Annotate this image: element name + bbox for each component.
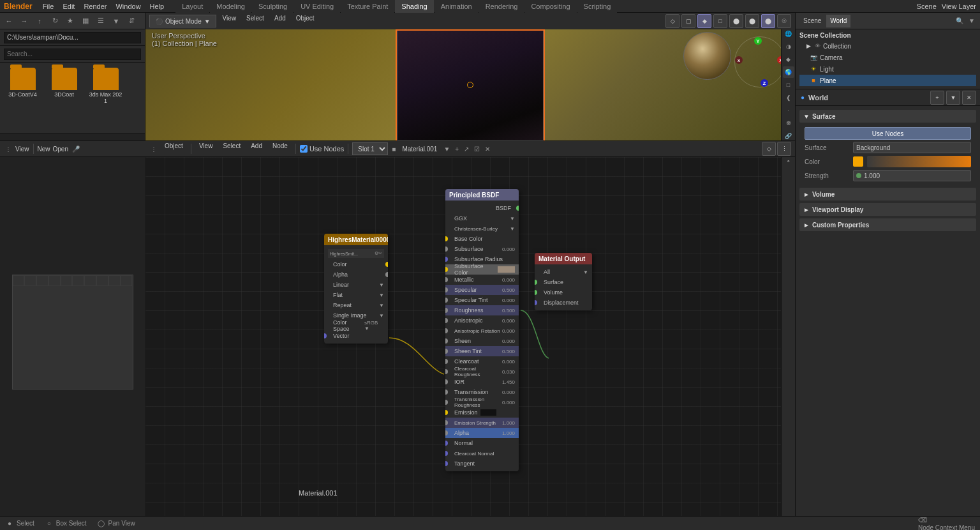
material-output-node[interactable]: Material Output All ▼ Surface Volume Dis…: [535, 253, 592, 310]
collection-item-light[interactable]: ☀ Light: [799, 63, 976, 75]
object-mode-btn[interactable]: ⚫ Object Mode ▼: [149, 15, 216, 27]
rpanel-search-icon[interactable]: 🔍: [954, 16, 965, 26]
viewport-shading-solid[interactable]: ⬤: [729, 14, 743, 28]
viewer-view-btn[interactable]: ⋮: [4, 144, 13, 154]
metallic-label: Metallic: [454, 276, 474, 283]
sidebar-filter-btn[interactable]: ▼: [110, 15, 122, 27]
principled-bsdf-node[interactable]: Principled BSDF BSDF GGX ▼ Christensen-B…: [445, 189, 519, 471]
sidebar-sort-btn[interactable]: ⇵: [125, 15, 138, 27]
viewport-view-btn[interactable]: View: [219, 15, 241, 27]
prop-physics-icon[interactable]: ☸: [783, 117, 794, 129]
tab-animation[interactable]: Animation: [434, 0, 479, 13]
viewport-object-btn[interactable]: Object: [292, 15, 318, 27]
menu-file[interactable]: File: [39, 0, 58, 13]
node-editor-add-btn[interactable]: Add: [247, 142, 266, 155]
node-gizmo-btn[interactable]: ⋮: [777, 142, 791, 156]
node-editor-canvas[interactable]: HighresMaterial000002.png HighresSmit...…: [145, 157, 795, 516]
prop-particle-icon[interactable]: ⋅: [783, 105, 794, 116]
material-browse-btn[interactable]: ▼: [442, 144, 451, 154]
tab-scripting[interactable]: Scripting: [577, 0, 618, 13]
world-volume-title[interactable]: ► Volume: [799, 188, 976, 201]
prop-world-icon active[interactable]: 🌎: [783, 66, 794, 78]
node-editor-view-btn[interactable]: View: [195, 142, 217, 155]
prop-material-icon[interactable]: ⚬: [783, 156, 794, 167]
viewport-overlay-btn-3[interactable]: ◆: [697, 14, 711, 28]
rpanel-filter-icon[interactable]: ▼: [967, 16, 976, 26]
prop-object-icon[interactable]: □: [783, 79, 794, 91]
world-browse-btn[interactable]: ▼: [946, 91, 960, 105]
collection-item-camera[interactable]: 📷 Camera: [799, 52, 976, 63]
prop-view-layer-icon[interactable]: ◑: [783, 41, 794, 52]
viewport-select-btn[interactable]: Select: [242, 15, 268, 27]
sidebar-back-btn[interactable]: ←: [3, 15, 15, 27]
viewport-add-btn[interactable]: Add: [271, 15, 290, 27]
viewport-shading-wire[interactable]: ☉: [777, 14, 791, 28]
folder-3dsmax[interactable]: 3ds Max 2021: [88, 68, 123, 104]
sidebar-grid-view-btn[interactable]: ▦: [79, 15, 92, 27]
menu-help[interactable]: Help: [146, 0, 168, 13]
material-new-btn[interactable]: +: [454, 144, 460, 154]
world-surface-type-value[interactable]: Background: [853, 142, 971, 153]
node-editor-menu-icon[interactable]: ⋮: [149, 144, 158, 154]
node-editor-object-btn[interactable]: Object: [161, 142, 187, 155]
viewport-shading-material[interactable]: ⬤: [745, 14, 759, 28]
sidebar-fwd-btn[interactable]: →: [18, 15, 31, 27]
tab-texture-paint[interactable]: Texture Paint: [341, 0, 394, 13]
collection-item-plane[interactable]: ■ Plane: [799, 75, 976, 86]
folder-3dcoatv4[interactable]: 3D-CoatV4: [5, 68, 40, 104]
material-pin-btn[interactable]: ☑: [473, 144, 481, 154]
rpanel-tab-world[interactable]: World: [826, 15, 850, 27]
tab-layout[interactable]: Layout: [175, 0, 209, 13]
sidebar-path-input[interactable]: [4, 32, 141, 43]
viewport-overlay-btn-4[interactable]: □: [713, 14, 727, 28]
main-3d-viewport[interactable]: ⚫ Object Mode ▼ View Select Add Object ◇…: [145, 13, 795, 140]
menu-edit[interactable]: Edit: [59, 0, 78, 13]
collection-item-collection[interactable]: ▶ 👁 Collection: [799, 40, 976, 52]
world-unlink-btn[interactable]: ✕: [962, 91, 976, 105]
node-editor-node-btn[interactable]: Node: [269, 142, 292, 155]
rpanel-tab-scene[interactable]: Scene: [799, 15, 825, 27]
use-nodes-input[interactable]: [300, 145, 308, 153]
material-link-btn[interactable]: ↗: [463, 144, 470, 154]
sidebar-list-view-btn[interactable]: ☰: [94, 15, 107, 27]
prop-scene-icon[interactable]: ◆: [783, 54, 794, 65]
tab-shading[interactable]: Shading: [395, 0, 433, 13]
use-nodes-checkbox[interactable]: Use Nodes: [300, 145, 344, 153]
sidebar-reload-btn[interactable]: ↻: [48, 15, 61, 27]
viewport-overlay-btn-2[interactable]: ▢: [681, 14, 695, 28]
menu-window[interactable]: Window: [112, 0, 144, 13]
world-custom-props-title[interactable]: ► Custom Properties: [799, 218, 976, 231]
sidebar-up-btn[interactable]: ↑: [33, 15, 46, 27]
prop-modifier-icon[interactable]: ❰: [783, 92, 794, 103]
tab-sculpting[interactable]: Sculpting: [252, 0, 293, 13]
prop-output-icon[interactable]: 🌐: [783, 28, 794, 40]
world-use-nodes-btn[interactable]: Use Nodes: [805, 127, 971, 140]
tab-rendering[interactable]: Rendering: [479, 0, 524, 13]
viewport-overlay-btn-1[interactable]: ◇: [665, 14, 679, 28]
tab-compositing[interactable]: Compositing: [524, 0, 576, 13]
tab-uv-editing[interactable]: UV Editing: [294, 0, 340, 13]
world-color-swatch[interactable]: [853, 156, 863, 167]
world-viewport-display-title[interactable]: ► Viewport Display: [799, 203, 976, 216]
specular-socket: [445, 287, 448, 292]
menu-render[interactable]: Render: [80, 0, 110, 13]
node-editor-select-btn[interactable]: Select: [219, 142, 244, 155]
subsurface-label: Subsurface: [454, 246, 484, 252]
material-delete-btn[interactable]: ✕: [484, 144, 491, 154]
sidebar-search-input[interactable]: [4, 49, 141, 60]
folder-3dcoat[interactable]: 3DCoat: [47, 68, 82, 104]
tab-modeling[interactable]: Modeling: [210, 0, 251, 13]
viewer-open-btn[interactable]: Open: [53, 146, 68, 153]
world-new-btn[interactable]: +: [930, 91, 944, 105]
viewer-new-btn[interactable]: New: [38, 146, 50, 153]
viewport-shading-render[interactable]: ⬤: [761, 14, 775, 28]
sidebar-bookmark-btn[interactable]: ★: [64, 15, 77, 27]
world-color-slider[interactable]: [867, 156, 971, 167]
node-overlay-btn[interactable]: ◇: [762, 142, 776, 156]
world-surface-title[interactable]: ▼ Surface: [799, 110, 976, 123]
image-texture-node[interactable]: HighresMaterial000002.png HighresSmit...…: [324, 234, 388, 344]
world-strength-field[interactable]: 1.000: [853, 170, 971, 181]
slot-select[interactable]: Slot 1: [352, 142, 388, 155]
viewer-camera-icon[interactable]: 🎤: [71, 144, 81, 154]
viewer-view-label[interactable]: View: [15, 146, 29, 153]
